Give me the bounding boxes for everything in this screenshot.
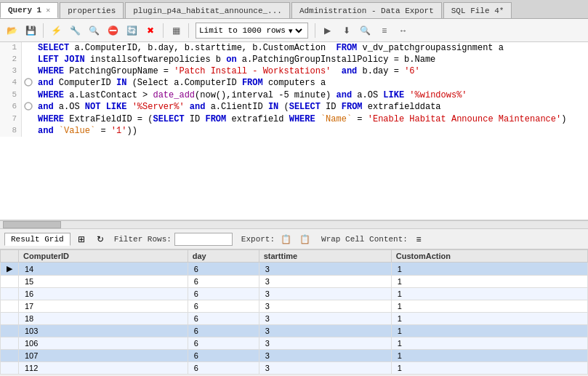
import-button[interactable]: ⬇ <box>338 22 355 39</box>
table-cell: 18 <box>19 313 188 325</box>
line-sql[interactable]: LEFT JOIN installsoftwarepolicies b on a… <box>35 54 588 65</box>
table-row[interactable]: ▶14631 <box>1 263 588 276</box>
h-scroll-thumb[interactable] <box>3 221 61 228</box>
row-arrow <box>1 350 19 362</box>
execute-current-button[interactable]: 🔧 <box>66 22 84 39</box>
row-arrow: ▶ <box>1 263 19 276</box>
line-icon <box>22 101 35 113</box>
table-cell: 112 <box>19 362 188 375</box>
limit-select-container[interactable]: Limit to 1000 rows ▾ <box>196 23 308 39</box>
row-arrow <box>1 325 19 337</box>
save-button[interactable]: 💾 <box>22 22 39 39</box>
line-icon <box>22 113 35 125</box>
export-icon-button[interactable]: 📋 <box>278 231 294 247</box>
table-row[interactable]: 103631 <box>1 325 588 337</box>
export2-icon-button[interactable]: 📋 <box>297 231 313 247</box>
sql-editor[interactable]: 1SELECT a.ComputerID, b.day, b.starttime… <box>0 42 588 220</box>
line-icon <box>22 42 35 54</box>
filter-input[interactable] <box>174 233 233 246</box>
table-row[interactable]: 18631 <box>1 313 588 325</box>
line-icon <box>22 125 35 137</box>
tab-admin[interactable]: Administration - Data Export <box>291 2 442 18</box>
col-header[interactable]: CustomAction <box>391 250 587 263</box>
format-button[interactable]: ▦ <box>167 22 185 39</box>
table-cell: 1 <box>391 288 587 300</box>
table-cell: 106 <box>19 337 188 350</box>
col-header[interactable] <box>1 250 19 263</box>
explain-button[interactable]: 🔍 <box>85 22 102 39</box>
table-cell: 6 <box>188 288 259 300</box>
line-sql[interactable]: and `Value` = '1')) <box>35 125 588 137</box>
tab-properties[interactable]: properties <box>60 2 124 18</box>
columns-button[interactable]: ≡ <box>376 22 393 39</box>
line-sql[interactable]: SELECT a.ComputerID, b.day, b.starttime,… <box>35 42 588 54</box>
results-table: ComputerIDdaystarttimeCustomAction▶14631… <box>0 249 588 375</box>
table-cell: 3 <box>259 276 391 288</box>
sql-line: 2LEFT JOIN installsoftwarepolicies b on … <box>0 54 588 65</box>
table-cell: 1 <box>391 325 587 337</box>
execute-button[interactable]: ⚡ <box>47 22 65 39</box>
line-icon <box>22 65 35 77</box>
clear-button[interactable]: ✖ <box>142 22 159 39</box>
table-row[interactable]: 15631 <box>1 276 588 288</box>
tab-query1-close[interactable]: ✕ <box>46 6 50 15</box>
line-sql[interactable]: WHERE ExtraFieldID = (SELECT ID FROM ext… <box>35 113 588 125</box>
line-sql[interactable]: and ComputerID IN (Select a.ComputerID F… <box>35 77 588 89</box>
col-header[interactable]: starttime <box>259 250 391 263</box>
grid-icon-button[interactable]: ⊞ <box>73 231 89 247</box>
table-cell: 3 <box>259 325 391 337</box>
line-sql[interactable]: WHERE PatchingGroupName = 'Patch Install… <box>35 65 588 77</box>
results-container[interactable]: ComputerIDdaystarttimeCustomAction▶14631… <box>0 249 588 375</box>
table-cell: 1 <box>391 276 587 288</box>
table-cell: 3 <box>259 300 391 313</box>
col-header[interactable]: ComputerID <box>19 250 188 263</box>
open-folder-button[interactable]: 📂 <box>3 22 20 39</box>
export-label: Export: <box>241 235 275 244</box>
tab-plugin-label: plugin_p4a_habitat_announce_... <box>133 7 282 15</box>
line-sql[interactable]: WHERE a.LastContact > date_add(now(),int… <box>35 89 588 101</box>
sql-line: 7WHERE ExtraFieldID = (SELECT ID FROM ex… <box>0 113 588 125</box>
row-arrow <box>1 300 19 313</box>
tab-properties-label: properties <box>68 7 116 15</box>
stop-button[interactable]: ⛔ <box>104 22 121 39</box>
line-icon <box>22 89 35 101</box>
h-scrollbar[interactable] <box>0 220 588 229</box>
table-cell: 1 <box>391 337 587 350</box>
results-toolbar: Result Grid ⊞ ↻ Filter Rows: Export: 📋 📋… <box>0 229 588 249</box>
table-row[interactable]: 106631 <box>1 337 588 350</box>
table-cell: 15 <box>19 276 188 288</box>
tab-sqlfile[interactable]: SQL File 4* <box>443 2 512 18</box>
row-arrow <box>1 362 19 375</box>
table-row[interactable]: 16631 <box>1 288 588 300</box>
table-cell: 6 <box>188 300 259 313</box>
run-button[interactable]: ▶ <box>319 22 337 39</box>
sql-line: 1SELECT a.ComputerID, b.day, b.starttime… <box>0 42 588 54</box>
tab-query1[interactable]: Query 1 ✕ <box>0 2 58 18</box>
more-button[interactable]: ↔ <box>395 22 412 39</box>
table-row[interactable]: 107631 <box>1 350 588 362</box>
table-cell: 1 <box>391 263 587 276</box>
sql-line: 8and `Value` = '1')) <box>0 125 588 137</box>
line-number: 5 <box>0 89 22 101</box>
table-cell: 16 <box>19 288 188 300</box>
table-cell: 3 <box>259 313 391 325</box>
refresh-button[interactable]: 🔄 <box>123 22 140 39</box>
row-arrow <box>1 288 19 300</box>
refresh-results-button[interactable]: ↻ <box>92 231 108 247</box>
wrap-icon-button[interactable]: ≡ <box>411 231 427 247</box>
search-button[interactable]: 🔍 <box>357 22 374 39</box>
line-sql[interactable]: and a.OS NOT LIKE '%Server%' and a.Clien… <box>35 101 588 113</box>
table-row[interactable]: 17631 <box>1 300 588 313</box>
col-header[interactable]: day <box>188 250 259 263</box>
table-cell: 14 <box>19 263 188 276</box>
tab-sqlfile-label: SQL File 4* <box>451 7 504 15</box>
tab-bar: Query 1 ✕ properties plugin_p4a_habitat_… <box>0 0 588 19</box>
table-row[interactable]: 112631 <box>1 362 588 375</box>
table-cell: 6 <box>188 350 259 362</box>
sql-line: 3WHERE PatchingGroupName = 'Patch Instal… <box>0 65 588 77</box>
result-grid-tab[interactable]: Result Grid <box>4 233 71 246</box>
limit-dropdown[interactable]: ▾ <box>286 25 305 36</box>
svg-point-0 <box>25 79 32 86</box>
line-number: 4 <box>0 77 22 89</box>
tab-plugin[interactable]: plugin_p4a_habitat_announce_... <box>125 2 290 18</box>
